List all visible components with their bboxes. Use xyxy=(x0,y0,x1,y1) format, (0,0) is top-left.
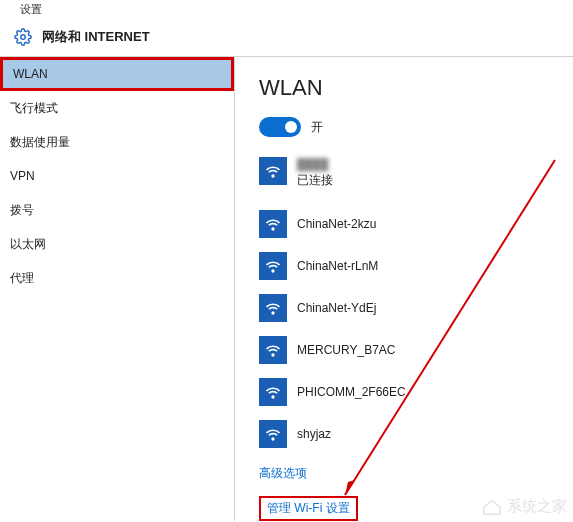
header-title: 网络和 INTERNET xyxy=(42,28,150,46)
wifi-icon xyxy=(259,210,287,238)
sidebar-item-proxy[interactable]: 代理 xyxy=(0,261,234,295)
wlan-toggle-label: 开 xyxy=(311,119,323,136)
sidebar-item-label: 飞行模式 xyxy=(10,100,58,117)
content-pane: WLAN 开 ████ 已连接 ChinaNet-2kzu Ch xyxy=(235,57,573,521)
manage-wifi-link[interactable]: 管理 Wi-Fi 设置 xyxy=(259,496,358,521)
sidebar-item-data-usage[interactable]: 数据使用量 xyxy=(0,125,234,159)
page-header: 网络和 INTERNET xyxy=(0,18,573,56)
wlan-toggle[interactable] xyxy=(259,117,301,137)
sidebar-item-vpn[interactable]: VPN xyxy=(0,159,234,193)
network-item[interactable]: ChinaNet-rLnM xyxy=(259,245,563,287)
pane-title: WLAN xyxy=(259,75,563,101)
sidebar-item-label: WLAN xyxy=(13,67,48,81)
network-list: ████ 已连接 ChinaNet-2kzu ChinaNet-rLnM Chi… xyxy=(259,155,563,455)
gear-icon xyxy=(14,28,32,46)
wifi-icon xyxy=(259,420,287,448)
wifi-icon xyxy=(259,294,287,322)
links-section: 高级选项 管理 Wi-Fi 设置 xyxy=(259,465,563,521)
network-ssid: PHICOMM_2F66EC xyxy=(297,384,406,401)
sidebar-item-label: 以太网 xyxy=(10,236,46,253)
network-item[interactable]: MERCURY_B7AC xyxy=(259,329,563,371)
sidebar-item-ethernet[interactable]: 以太网 xyxy=(0,227,234,261)
sidebar: WLAN 飞行模式 数据使用量 VPN 拨号 以太网 代理 xyxy=(0,57,235,521)
network-ssid: shyjaz xyxy=(297,426,331,443)
sidebar-item-airplane[interactable]: 飞行模式 xyxy=(0,91,234,125)
sidebar-item-label: 数据使用量 xyxy=(10,134,70,151)
sidebar-item-wlan[interactable]: WLAN xyxy=(0,57,234,91)
sidebar-item-label: VPN xyxy=(10,169,35,183)
network-status: 已连接 xyxy=(297,172,333,189)
network-item[interactable]: ChinaNet-YdEj xyxy=(259,287,563,329)
back-label[interactable]: 设置 xyxy=(20,2,42,17)
network-ssid-hidden: ████ xyxy=(297,157,333,172)
sidebar-item-label: 拨号 xyxy=(10,202,34,219)
network-ssid: ChinaNet-rLnM xyxy=(297,258,378,275)
network-ssid: MERCURY_B7AC xyxy=(297,342,395,359)
network-item[interactable]: PHICOMM_2F66EC xyxy=(259,371,563,413)
network-ssid: ChinaNet-YdEj xyxy=(297,300,376,317)
wifi-icon xyxy=(259,378,287,406)
wlan-toggle-row: 开 xyxy=(259,117,563,137)
svg-point-0 xyxy=(21,35,26,40)
window-topbar: 设置 xyxy=(0,0,573,18)
wifi-icon xyxy=(259,157,287,185)
advanced-options-link[interactable]: 高级选项 xyxy=(259,465,563,482)
network-item-connected[interactable]: ████ 已连接 xyxy=(259,155,563,203)
wifi-icon xyxy=(259,336,287,364)
network-ssid: ChinaNet-2kzu xyxy=(297,216,376,233)
network-item[interactable]: ChinaNet-2kzu xyxy=(259,203,563,245)
sidebar-item-dialup[interactable]: 拨号 xyxy=(0,193,234,227)
wifi-icon xyxy=(259,252,287,280)
network-item[interactable]: shyjaz xyxy=(259,413,563,455)
sidebar-item-label: 代理 xyxy=(10,270,34,287)
